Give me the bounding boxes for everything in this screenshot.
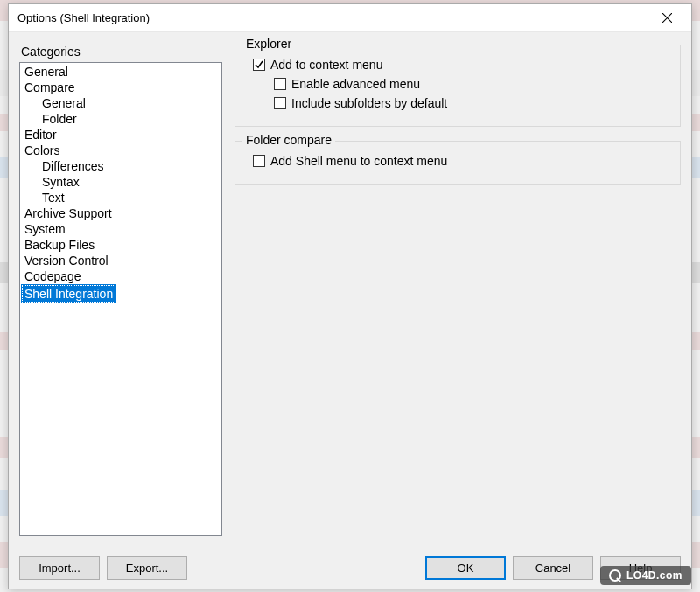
category-item[interactable]: Compare [21,79,79,96]
explorer-group: Explorer Add to context menu Enable adva… [234,45,681,127]
add-shell-menu-row[interactable]: Add Shell menu to context menu [253,152,669,170]
separator [19,547,681,547]
add-shell-menu-checkbox[interactable] [253,155,265,167]
include-subfolders-label: Include subfolders by default [291,94,447,112]
ok-button[interactable]: OK [425,556,506,580]
enable-advanced-menu-label: Enable advanced menu [291,75,420,93]
dialog-body: Categories GeneralCompareGeneralFolderEd… [9,32,691,589]
category-item[interactable]: Archive Support [21,205,116,222]
watermark-text: LO4D.com [626,569,682,582]
main-row: Categories GeneralCompareGeneralFolderEd… [19,45,681,536]
cancel-button[interactable]: Cancel [513,556,593,580]
categories-column: Categories GeneralCompareGeneralFolderEd… [19,45,222,536]
close-icon [662,13,672,23]
export-button[interactable]: Export... [107,556,187,580]
folder-compare-group-title: Folder compare [242,133,335,147]
enable-advanced-menu-checkbox[interactable] [274,78,286,90]
close-button[interactable] [649,6,684,31]
explorer-group-title: Explorer [242,37,295,51]
magnify-icon [609,569,621,582]
window-title: Options (Shell Integration) [18,11,649,24]
category-item[interactable]: Backup Files [21,236,98,254]
add-context-menu-row[interactable]: Add to context menu [253,56,669,73]
category-item[interactable]: Shell Integration [21,284,116,303]
add-shell-menu-label: Add Shell menu to context menu [270,152,447,170]
category-item[interactable]: Syntax [21,173,83,191]
categories-list[interactable]: GeneralCompareGeneralFolderEditorColorsD… [19,62,222,536]
category-item[interactable]: Editor [21,126,60,143]
add-context-menu-checkbox[interactable] [253,59,265,71]
button-row: Import... Export... OK Cancel Help [19,556,681,580]
category-item[interactable]: Differences [21,157,108,175]
category-item[interactable]: Text [21,189,68,206]
categories-label: Categories [21,45,222,59]
import-button[interactable]: Import... [19,556,100,580]
enable-advanced-menu-row[interactable]: Enable advanced menu [274,75,669,93]
include-subfolders-row[interactable]: Include subfolders by default [274,94,669,112]
add-context-menu-label: Add to context menu [270,56,382,73]
include-subfolders-checkbox[interactable] [274,97,286,109]
category-item[interactable]: Codepage [21,268,85,285]
settings-column: Explorer Add to context menu Enable adva… [234,45,681,536]
category-item[interactable]: System [21,220,69,238]
category-item[interactable]: Version Control [21,252,112,269]
titlebar: Options (Shell Integration) [9,4,691,32]
category-item[interactable]: Colors [21,142,63,159]
check-icon [255,60,263,69]
options-dialog: Options (Shell Integration) Categories G… [8,3,692,589]
category-item[interactable]: General [21,63,72,80]
folder-compare-group: Folder compare Add Shell menu to context… [234,141,681,185]
category-item[interactable]: General [21,94,89,112]
watermark: LO4D.com [600,566,691,585]
category-item[interactable]: Folder [21,110,80,128]
